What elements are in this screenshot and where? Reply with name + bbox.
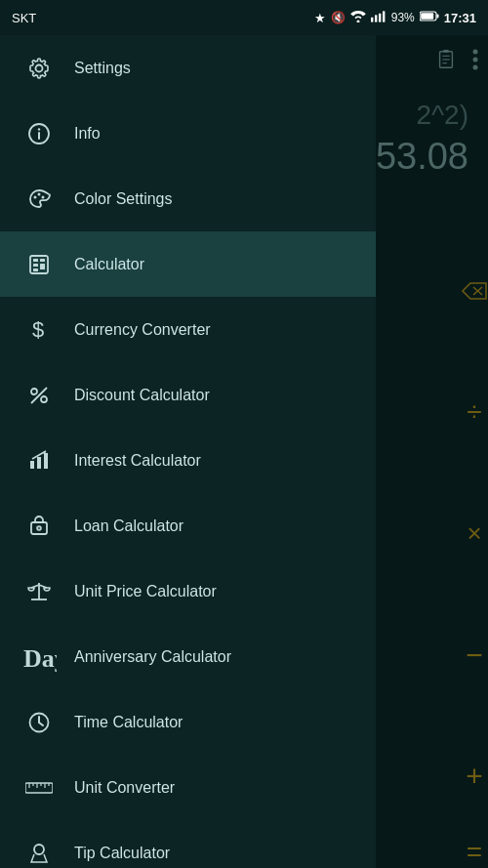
sidebar-item-label: Color Settings: [74, 190, 173, 208]
svg-point-33: [41, 396, 47, 402]
svg-rect-37: [44, 453, 48, 469]
sidebar-item-unit-price-calculator[interactable]: Unit Price Calculator: [0, 558, 376, 624]
sidebar-item-label: Currency Converter: [74, 321, 211, 339]
svg-rect-29: [40, 264, 45, 269]
sidebar-item-label: Loan Calculator: [74, 517, 183, 535]
sidebar-item-unit-converter[interactable]: Unit Converter: [0, 755, 376, 820]
svg-point-22: [34, 195, 37, 198]
svg-rect-36: [37, 457, 41, 469]
sidebar-item-calculator[interactable]: Calculator: [0, 231, 376, 297]
svg-point-24: [42, 195, 45, 198]
sidebar-item-color-settings[interactable]: Color Settings: [0, 166, 376, 231]
status-bar: SKT ★ 🔇 93% 17:31: [0, 0, 488, 35]
svg-point-18: [36, 64, 43, 71]
svg-point-23: [38, 192, 41, 195]
info-icon: [18, 112, 61, 155]
svg-rect-0: [371, 17, 373, 21]
day-icon: Day: [18, 636, 61, 679]
svg-line-49: [39, 723, 43, 725]
svg-rect-35: [30, 461, 34, 469]
sidebar-item-label: Discount Calculator: [74, 387, 210, 404]
sidebar-item-label: Anniversary Calculator: [74, 648, 231, 666]
sidebar-item-tip-calculator[interactable]: Tip Calculator: [0, 820, 376, 868]
mute-icon: 🔇: [331, 11, 346, 24]
sidebar-item-label: Calculator: [74, 256, 144, 273]
bluetooth-icon: ★: [314, 11, 326, 25]
svg-point-57: [34, 845, 44, 854]
sidebar-item-discount-calculator[interactable]: Discount Calculator: [0, 362, 376, 428]
gear-icon: [18, 47, 61, 90]
signal-icon: [371, 11, 386, 25]
svg-rect-26: [33, 259, 38, 262]
svg-rect-2: [379, 13, 381, 21]
svg-rect-3: [383, 11, 385, 21]
sidebar-item-label: Unit Price Calculator: [74, 583, 217, 600]
status-bar-right: ★ 🔇 93% 17:31: [314, 11, 476, 25]
time-label: 17:31: [444, 11, 476, 25]
carrier-label: SKT: [12, 11, 36, 25]
svg-rect-5: [436, 15, 438, 19]
sidebar-item-label: Tip Calculator: [74, 845, 170, 862]
svg-text:Day: Day: [23, 644, 57, 673]
sidebar-item-interest-calculator[interactable]: Interest Calculator: [0, 428, 376, 493]
sidebar-item-label: Settings: [74, 60, 131, 77]
palette-icon: [18, 178, 61, 221]
svg-rect-1: [375, 15, 377, 21]
calc-icon: [18, 243, 61, 286]
sidebar-item-loan-calculator[interactable]: %Loan Calculator: [0, 493, 376, 558]
svg-rect-28: [33, 264, 38, 267]
percent-icon: [18, 374, 61, 417]
sidebar-item-label: Info: [74, 125, 101, 143]
menu-backdrop[interactable]: [376, 35, 488, 868]
svg-rect-25: [30, 256, 48, 273]
loan-icon: %: [18, 505, 61, 548]
sidebar-item-anniversary-calculator[interactable]: DayAnniversary Calculator: [0, 624, 376, 689]
battery-label: 93%: [391, 11, 415, 24]
ruler-icon: [18, 766, 61, 809]
navigation-menu: SettingsInfoColor SettingsCalculator$Cur…: [0, 35, 376, 868]
svg-line-34: [31, 388, 47, 403]
wifi-icon: [350, 11, 366, 25]
svg-text:$: $: [32, 318, 44, 342]
svg-rect-6: [421, 13, 433, 20]
sidebar-item-label: Interest Calculator: [74, 452, 201, 470]
clock-icon: [18, 701, 61, 744]
sidebar-item-label: Time Calculator: [74, 714, 183, 731]
sidebar-item-currency-converter[interactable]: $Currency Converter: [0, 297, 376, 362]
svg-text:%: %: [37, 524, 42, 530]
battery-icon: [420, 11, 439, 24]
svg-point-32: [31, 389, 37, 394]
svg-rect-30: [33, 269, 38, 271]
svg-rect-27: [40, 259, 45, 262]
sidebar-item-info[interactable]: Info: [0, 101, 376, 166]
interest-icon: [18, 439, 61, 482]
scale-icon: [18, 570, 61, 613]
svg-point-21: [38, 128, 40, 130]
sidebar-item-label: Unit Converter: [74, 779, 175, 797]
sidebar-item-time-calculator[interactable]: Time Calculator: [0, 689, 376, 755]
tip-icon: [18, 832, 61, 869]
sidebar-item-settings[interactable]: Settings: [0, 35, 376, 101]
dollar-icon: $: [18, 309, 61, 351]
